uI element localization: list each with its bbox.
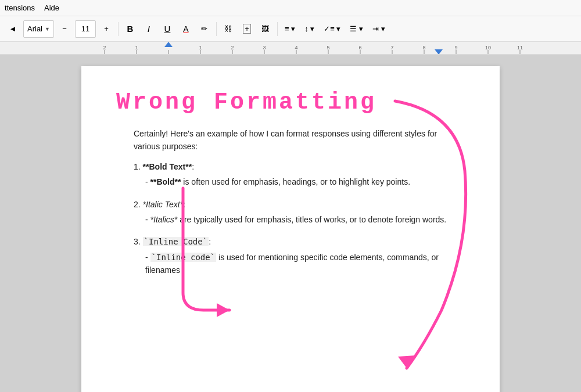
font-name-label: Arial xyxy=(27,24,42,33)
insert-image-button[interactable]: 🖼 xyxy=(257,20,274,38)
intro-paragraph: Certainly! Here's an example of how I ca… xyxy=(134,127,465,153)
image-icon: 🖼 xyxy=(261,24,269,33)
svg-text:2: 2 xyxy=(103,45,106,51)
section-1-bold-word: **Bold** xyxy=(150,177,181,186)
checklist-button[interactable]: ✓≡ ▾ xyxy=(320,20,344,38)
line-spacing-icon: ↕ ▾ xyxy=(304,24,314,33)
separator-3 xyxy=(277,22,278,36)
svg-text:11: 11 xyxy=(517,45,523,51)
link-icon: ⛓ xyxy=(224,24,232,33)
ruler-svg: 2 1 1 2 3 4 5 6 7 8 9 10 11 xyxy=(0,42,581,55)
svg-text:1: 1 xyxy=(199,45,202,51)
ruler: 2 1 1 2 3 4 5 6 7 8 9 10 11 xyxy=(0,42,581,55)
decrease-font-button[interactable]: − xyxy=(56,20,73,38)
section-2-italic-word: *Italics* xyxy=(150,215,178,224)
menu-aide[interactable]: Aide xyxy=(44,3,59,12)
section-3: 3. `Inline Code`: - `Inline code` is use… xyxy=(134,235,465,276)
underline-button[interactable]: U xyxy=(159,20,175,38)
svg-text:8: 8 xyxy=(422,45,425,51)
section-3-title: 3. `Inline Code`: xyxy=(134,235,465,248)
section-3-colon: : xyxy=(209,237,211,246)
document-title: Wrong Formatting xyxy=(116,89,465,116)
section-1-detail: - **Bold** is often used for emphasis, h… xyxy=(145,175,465,188)
svg-text:1: 1 xyxy=(135,45,138,51)
indent-button[interactable]: ⇥ ▾ xyxy=(369,20,389,38)
font-dropdown-arrow: ▼ xyxy=(45,26,50,32)
section-1-colon: : xyxy=(192,162,194,171)
svg-text:3: 3 xyxy=(263,45,266,51)
increase-font-button[interactable]: + xyxy=(98,20,114,38)
section-3-code-word: `Inline code` xyxy=(150,253,217,262)
font-color-icon: A xyxy=(183,24,188,34)
checklist-icon: ✓≡ ▾ xyxy=(324,24,340,33)
separator-2 xyxy=(216,22,217,36)
document-body: Certainly! Here's an example of how I ca… xyxy=(134,127,465,277)
toolbar: ◄ Arial ▼ − 11 + B I U A ✏ ⛓ + 🖼 ≡ ▾ ↕ ▾… xyxy=(0,16,581,42)
link-button[interactable]: ⛓ xyxy=(220,20,236,38)
highlight-button[interactable]: ✏ xyxy=(196,20,213,38)
page[interactable]: Wrong Formatting Certainly! Here's an ex… xyxy=(81,66,500,392)
font-selector[interactable]: Arial ▼ xyxy=(23,20,54,38)
italic-icon: I xyxy=(148,24,150,34)
svg-text:7: 7 xyxy=(390,45,393,51)
section-1-title: 1. **Bold Text**: xyxy=(134,160,465,173)
line-spacing-button[interactable]: ↕ ▾ xyxy=(301,20,318,38)
section-1-heading: **Bold Text** xyxy=(143,162,192,171)
section-2-colon: : xyxy=(183,200,185,209)
svg-text:6: 6 xyxy=(358,45,361,51)
font-size-value: 11 xyxy=(81,24,89,33)
section-3-detail: - `Inline code` is used for mentioning s… xyxy=(145,251,465,277)
insert-special-icon: + xyxy=(243,24,251,34)
svg-text:10: 10 xyxy=(485,45,491,51)
section-2-number: 2. xyxy=(134,200,143,209)
section-3-number: 3. xyxy=(134,237,143,246)
svg-rect-0 xyxy=(0,42,581,55)
bullets-icon: ☰ ▾ xyxy=(350,24,363,33)
separator-1 xyxy=(118,22,119,36)
bold-icon: B xyxy=(127,24,134,34)
svg-text:4: 4 xyxy=(295,45,297,51)
bold-button[interactable]: B xyxy=(122,20,138,38)
font-color-button[interactable]: A xyxy=(178,20,194,38)
section-2: 2. *Italic Text*: - *Italics* are typica… xyxy=(134,198,465,226)
bullets-button[interactable]: ☰ ▾ xyxy=(346,20,367,38)
section-1-number: 1. xyxy=(134,162,143,171)
svg-marker-31 xyxy=(217,303,229,317)
svg-text:2: 2 xyxy=(231,45,234,51)
menu-bar: ttensions Aide xyxy=(0,0,581,16)
undo-button[interactable]: ◄ xyxy=(5,20,21,38)
menu-extensions[interactable]: ttensions xyxy=(5,3,35,12)
align-button[interactable]: ≡ ▾ xyxy=(281,20,299,38)
svg-marker-30 xyxy=(398,355,415,368)
indent-icon: ⇥ ▾ xyxy=(372,24,385,33)
section-2-detail: - *Italics* are typically used for empha… xyxy=(145,213,465,226)
underline-icon: U xyxy=(164,24,171,34)
font-size-box[interactable]: 11 xyxy=(75,20,96,38)
svg-text:9: 9 xyxy=(454,45,457,51)
svg-text:5: 5 xyxy=(327,45,329,51)
section-1: 1. **Bold Text**: - **Bold** is often us… xyxy=(134,160,465,189)
italic-button[interactable]: I xyxy=(141,20,157,38)
section-2-title: 2. *Italic Text*: xyxy=(134,198,465,211)
document-area: Wrong Formatting Certainly! Here's an ex… xyxy=(0,55,581,392)
section-2-heading: *Italic Text* xyxy=(143,200,184,209)
highlight-icon: ✏ xyxy=(201,24,207,33)
section-3-heading: `Inline Code` xyxy=(143,237,209,246)
align-icon: ≡ ▾ xyxy=(285,24,295,33)
insert-special-button[interactable]: + xyxy=(239,20,255,38)
